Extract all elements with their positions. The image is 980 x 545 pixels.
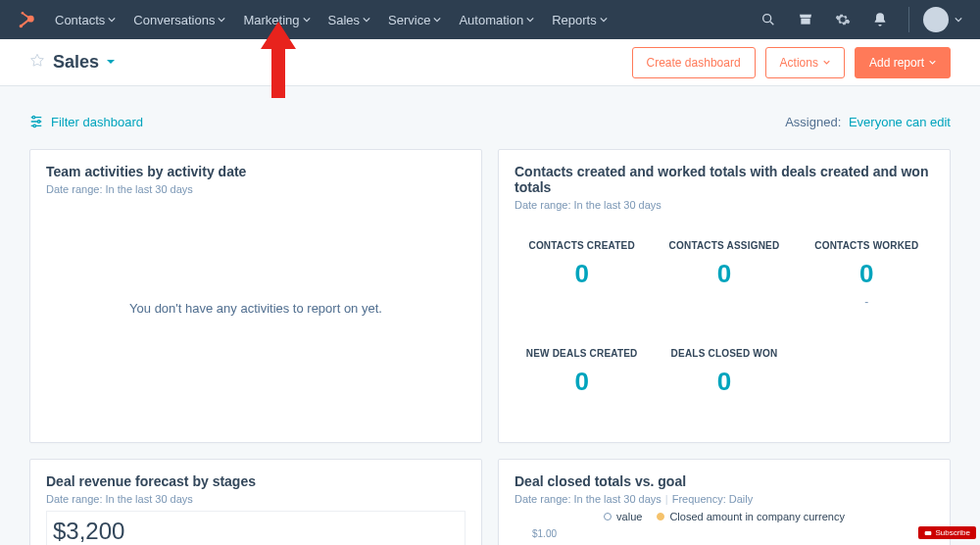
avatar bbox=[923, 7, 949, 32]
notifications-bell-icon[interactable] bbox=[871, 11, 889, 28]
card-date-range: Date range: In the last 30 days bbox=[514, 199, 934, 211]
hubspot-logo-icon[interactable] bbox=[18, 10, 37, 29]
card-title: Contacts created and worked totals with … bbox=[514, 164, 934, 195]
account-menu[interactable] bbox=[908, 7, 962, 32]
svg-point-5 bbox=[32, 116, 34, 118]
favorite-star-icon[interactable] bbox=[29, 53, 45, 73]
metrics-row1: CONTACTS CREATED 0 CONTACTS ASSIGNED 0 C… bbox=[514, 211, 934, 309]
card-revenue-forecast[interactable]: Deal revenue forecast by stages Date ran… bbox=[29, 459, 482, 545]
metrics-row2: NEW DEALS CREATED 0 DEALS CLOSED WON 0 bbox=[514, 309, 934, 397]
nav-right bbox=[760, 7, 962, 32]
settings-gear-icon[interactable] bbox=[834, 11, 852, 28]
card-title: Deal closed totals vs. goal bbox=[514, 473, 934, 489]
dashboard-title[interactable]: Sales bbox=[53, 52, 99, 73]
card-date-range: Date range: In the last 30 days|Frequenc… bbox=[514, 493, 934, 505]
svg-point-3 bbox=[763, 15, 771, 23]
legend-closed-amount: Closed amount in company currency bbox=[657, 511, 845, 522]
filter-icon bbox=[29, 115, 43, 128]
dashboard-grid: Team activities by activity date Date ra… bbox=[0, 139, 980, 545]
search-icon[interactable] bbox=[760, 11, 777, 28]
create-dashboard-button[interactable]: Create dashboard bbox=[632, 47, 756, 78]
header-actions: Create dashboard Actions Add report bbox=[632, 47, 951, 78]
forecast-chart: $3,200 bbox=[46, 511, 466, 545]
nav-reports[interactable]: Reports bbox=[552, 13, 608, 27]
chevron-down-icon bbox=[955, 16, 962, 24]
assigned-value[interactable]: Everyone can edit bbox=[849, 115, 951, 129]
dashboard-switch-caret-icon[interactable] bbox=[105, 54, 117, 72]
filter-dashboard-button[interactable]: Filter dashboard bbox=[29, 115, 143, 129]
nav-service[interactable]: Service bbox=[388, 13, 441, 27]
page-header: Sales Create dashboard Actions Add repor… bbox=[0, 39, 980, 86]
marketplace-icon[interactable] bbox=[797, 11, 814, 28]
card-closed-vs-goal[interactable]: Deal closed totals vs. goal Date range: … bbox=[498, 459, 951, 545]
nav-automation[interactable]: Automation bbox=[459, 13, 534, 27]
card-empty-state: You don't have any activities to report … bbox=[46, 195, 466, 421]
card-title: Team activities by activity date bbox=[46, 164, 466, 179]
card-team-activities[interactable]: Team activities by activity date Date ra… bbox=[29, 149, 482, 443]
card-title: Deal revenue forecast by stages bbox=[46, 473, 466, 489]
metric-contacts-assigned: CONTACTS ASSIGNED 0 bbox=[657, 240, 791, 309]
y-axis-tick: $1.00 bbox=[532, 528, 934, 539]
svg-point-7 bbox=[33, 124, 35, 126]
svg-rect-9 bbox=[925, 531, 932, 535]
card-date-range: Date range: In the last 30 days bbox=[46, 493, 466, 505]
nav-sales[interactable]: Sales bbox=[328, 13, 371, 27]
forecast-value: $3,200 bbox=[53, 518, 465, 545]
legend-value: value bbox=[604, 511, 642, 522]
metric-new-deals-created: NEW DEALS CREATED 0 bbox=[514, 348, 649, 397]
nav-items: Contacts Conversations Marketing Sales S… bbox=[55, 13, 608, 27]
subscribe-badge[interactable]: Subscribe bbox=[918, 526, 976, 539]
nav-contacts[interactable]: Contacts bbox=[55, 13, 116, 27]
metric-contacts-created: CONTACTS CREATED 0 bbox=[514, 240, 649, 309]
chart-legend: value Closed amount in company currency bbox=[514, 511, 934, 522]
assigned-label: Assigned: bbox=[785, 115, 841, 129]
filter-label: Filter dashboard bbox=[51, 115, 143, 129]
add-report-button[interactable]: Add report bbox=[855, 47, 951, 78]
actions-button[interactable]: Actions bbox=[765, 47, 845, 78]
metric-contacts-worked: CONTACTS WORKED 0 - bbox=[800, 240, 934, 309]
card-date-range: Date range: In the last 30 days bbox=[46, 183, 466, 195]
card-contacts-deals[interactable]: Contacts created and worked totals with … bbox=[498, 149, 951, 443]
svg-point-6 bbox=[37, 121, 39, 123]
metric-deals-closed-won: DEALS CLOSED WON 0 bbox=[657, 348, 791, 397]
nav-conversations[interactable]: Conversations bbox=[133, 13, 225, 27]
svg-rect-4 bbox=[801, 19, 809, 25]
top-nav: Contacts Conversations Marketing Sales S… bbox=[0, 0, 980, 39]
svg-point-1 bbox=[20, 25, 23, 27]
nav-marketing[interactable]: Marketing bbox=[243, 13, 310, 27]
filter-row: Filter dashboard Assigned: Everyone can … bbox=[0, 104, 980, 139]
